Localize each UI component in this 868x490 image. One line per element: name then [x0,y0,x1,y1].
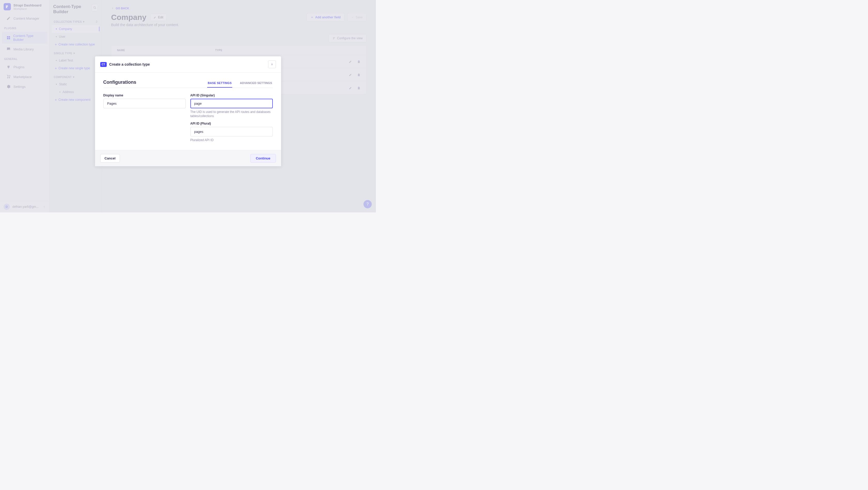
modal-header: CT Create a collection type [95,56,281,72]
display-name-input[interactable] [103,99,186,108]
modal-title: Create a collection type [109,62,150,66]
api-id-plural-input[interactable] [190,127,273,136]
tab-base-settings[interactable]: BASE SETTINGS [207,79,232,88]
ct-badge: CT [100,62,107,67]
api-id-singular-input[interactable] [190,99,273,108]
modal-overlay: CT Create a collection type Configuratio… [0,0,376,212]
api-id-plural-field-group: API ID (Plural) Pluralized API ID [190,122,273,142]
modal-footer: Cancel Continue [95,150,281,166]
config-title: Configurations [103,80,136,88]
close-button[interactable] [268,60,276,68]
api-id-singular-label: API ID (Singular) [190,94,273,97]
api-id-singular-hint: The UID is used to generate the API rout… [190,110,273,118]
modal-tabs: BASE SETTINGS ADVANCED SETTINGS [207,79,273,88]
api-id-plural-label: API ID (Plural) [190,122,273,125]
create-collection-type-modal: CT Create a collection type Configuratio… [95,56,281,166]
display-name-label: Display name [103,94,186,97]
api-id-singular-field-group: API ID (Singular) The UID is used to gen… [190,94,273,118]
modal-body: Configurations BASE SETTINGS ADVANCED SE… [95,72,281,150]
display-name-field-group: Display name [103,94,186,118]
continue-button[interactable]: Continue [250,154,276,162]
api-id-plural-hint: Pluralized API ID [190,138,273,142]
cancel-button[interactable]: Cancel [100,154,120,162]
tab-advanced-settings[interactable]: ADVANCED SETTINGS [240,79,273,88]
